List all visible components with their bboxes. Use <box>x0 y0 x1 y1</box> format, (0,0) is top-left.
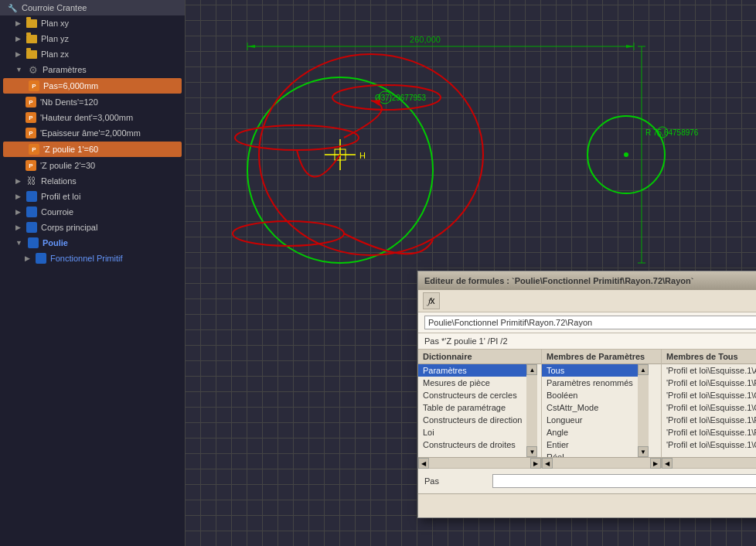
svg-text:260,000: 260,000 <box>410 35 441 44</box>
mt-hscroll: ◀ ▶ <box>662 458 756 468</box>
plan-zx-label: Plan zx <box>41 49 69 59</box>
horizontal-scroll-row: ◀ ▶ ◀ ▶ ◀ ▶ <box>418 457 756 468</box>
mp-item-tous[interactable]: Tous <box>542 364 638 377</box>
expand-icon: ▶ <box>15 224 21 231</box>
sidebar-item-fonctionnel-primitif[interactable]: ▶ Fonctionnel Primitif <box>0 251 185 266</box>
plan-xy-label: Plan xy <box>41 19 69 28</box>
mt-item-7[interactable]: 'Profil et loi\Esquisse.1\Contact.3\Acti… <box>662 439 756 451</box>
ok-cancel-row: ● OK ● Annuler <box>418 493 756 517</box>
sidebar-item-nb-dents[interactable]: P 'Nb Dents'=120 <box>0 94 185 110</box>
param-icon: P <box>25 96 37 108</box>
sidebar-item-profil-loi[interactable]: ▶ Profil et loi <box>0 189 185 204</box>
membres-parametres-header: Membres de Paramètres <box>542 350 661 364</box>
formula-icon[interactable]: 𝑓x <box>423 292 440 309</box>
membres-tous-column: Membres de Tous 'Profil et loi\Esquisse.… <box>662 350 756 457</box>
mp-item-cstattr[interactable]: CstAttr_Mode <box>542 401 638 414</box>
sidebar-item-z-poulie-2[interactable]: P 'Z poulie 2'=30 <box>0 158 185 173</box>
mt-item-5[interactable]: 'Profil et loi\Esquisse.1\Parallélisme.2… <box>662 414 756 426</box>
chain-icon: ⛓ <box>26 175 38 187</box>
membres-tous-header: Membres de Tous <box>662 350 756 364</box>
sidebar-item-courroie[interactable]: ▶ Courroie <box>0 204 185 220</box>
param-icon: P <box>28 143 40 155</box>
folder-icon <box>26 32 38 45</box>
svg-marker-3 <box>247 45 255 48</box>
toolbar-icons-left: 𝑓x <box>423 292 440 309</box>
mt-item-1[interactable]: 'Profil et loi\Esquisse.1\Activité' <box>662 364 756 377</box>
sidebar-item-plan-xy[interactable]: ▶ Plan xy <box>0 15 185 31</box>
expand-icon: ▶ <box>15 208 21 216</box>
scroll-down-btn[interactable]: ▼ <box>526 446 537 457</box>
dict-item-parametres[interactable]: Paramètres <box>418 364 526 377</box>
dict-item-cercles[interactable]: Constructeurs de cercles <box>418 389 526 401</box>
param-icon: P <box>25 111 37 124</box>
membres-parametres-column: Membres de Paramètres Tous Paramètres re… <box>542 350 662 457</box>
z-poulie-1-label: 'Z poulie 1'=60 <box>43 145 98 154</box>
membres-parametres-list[interactable]: Tous Paramètres renommés Booléen CstAttr… <box>542 364 638 457</box>
mt-item-2[interactable]: 'Profil et loi\Esquisse.1\Repère\Activit… <box>662 377 756 389</box>
membres-tous-list[interactable]: 'Profil et loi\Esquisse.1\Activité' 'Pro… <box>662 364 756 457</box>
dict-item-loi[interactable]: Loi <box>418 426 526 439</box>
viewport: 260,000 H Ø37,29677953 R 75,64758976 <box>186 0 756 546</box>
hscroll-right-2[interactable]: ▶ <box>650 458 661 469</box>
mp-item-reel[interactable]: Réel <box>542 451 638 457</box>
sidebar-item-pas[interactable]: P Pas=6,000mm <box>3 78 182 94</box>
svg-point-24 <box>259 54 483 255</box>
blue-icon <box>26 190 38 203</box>
blue-icon <box>35 252 47 264</box>
dict-item-mesures[interactable]: Mesures de pièce <box>418 377 526 389</box>
hscroll-left-1[interactable]: ◀ <box>418 458 429 469</box>
formula-expression-text: Pas *'Z poulie 1' /PI /2 <box>424 336 508 346</box>
dict-item-droites[interactable]: Constructeurs de droites <box>418 439 526 451</box>
sidebar-item-relations[interactable]: ▶ ⛓ Relations <box>0 173 185 189</box>
mt-item-6[interactable]: 'Profil et loi\Esquisse.1\Parallélisme.2… <box>662 426 756 439</box>
mt-item-3[interactable]: 'Profil et loi\Esquisse.1\Contact.1\Acti… <box>662 389 756 401</box>
sidebar-item-epaisseur-ame[interactable]: P 'Epaisseur âme'=2,000mm <box>0 125 185 141</box>
mp-item-angle[interactable]: Angle <box>542 426 638 439</box>
formula-path-row: Poulie\Fonctionnel Primitif\Rayon.72\Ray… <box>418 312 756 333</box>
mp-scroll-down[interactable]: ▼ <box>638 446 649 457</box>
dialog-toolbar: 𝑓x ⚡ 💬 ✏ <box>418 290 756 312</box>
formula-path-input[interactable]: Poulie\Fonctionnel Primitif\Rayon.72\Ray… <box>424 316 756 329</box>
pas-label: Pas=6,000mm <box>43 81 98 90</box>
mp-item-entier[interactable]: Entier <box>542 439 638 451</box>
bottom-value-input[interactable]: 6,000mm <box>492 474 756 488</box>
parametres-label: Paramètres <box>43 65 87 74</box>
root-label: Courroie Crantee <box>22 3 87 12</box>
relations-label: Relations <box>41 176 77 186</box>
sidebar-item-plan-yz[interactable]: ▶ Plan yz <box>0 31 185 46</box>
expand-icon: ▼ <box>15 66 22 73</box>
dictionary-list[interactable]: Paramètres Mesures de pièce Constructeur… <box>418 364 526 457</box>
mp-hscroll: ◀ ▶ <box>542 458 662 468</box>
hscroll-left-3[interactable]: ◀ <box>662 458 673 469</box>
dict-item-table[interactable]: Table de paramétrage <box>418 401 526 414</box>
mt-item-4[interactable]: 'Profil et loi\Esquisse.1\Contact.1\Mode… <box>662 401 756 414</box>
svg-point-21 <box>233 221 344 246</box>
scroll-up-btn[interactable]: ▲ <box>526 364 537 375</box>
dict-item-directions[interactable]: Constructeurs de direction <box>418 414 526 426</box>
sidebar-item-parametres[interactable]: ▼ ⚙ Paramètres <box>0 62 185 77</box>
sidebar-item-z-poulie-1[interactable]: P 'Z poulie 1'=60 <box>3 142 182 157</box>
mp-scroll-track <box>638 375 649 446</box>
scroll-track <box>526 375 537 446</box>
folder-icon <box>26 48 38 60</box>
sidebar-item-hauteur-dent[interactable]: P 'Hauteur dent'=3,000mm <box>0 110 185 125</box>
sidebar-item-poulie[interactable]: ▼ Poulie <box>0 235 185 251</box>
tree-root[interactable]: 🔧 Courroie Crantee <box>0 0 185 15</box>
mp-item-renommes[interactable]: Paramètres renommés <box>542 377 638 389</box>
hscroll-left-2[interactable]: ◀ <box>542 458 553 469</box>
main-container: 🔧 Courroie Crantee ▶ Plan xy ▶ Plan yz ▶… <box>0 0 756 546</box>
sidebar-item-plan-zx[interactable]: ▶ Plan zx <box>0 46 185 62</box>
blue-icon <box>26 221 38 234</box>
mp-scroll-up[interactable]: ▲ <box>638 364 649 375</box>
folder-icon <box>26 17 38 29</box>
hscroll-right-1[interactable]: ▶ <box>530 458 541 469</box>
blue-icon <box>27 237 39 249</box>
svg-marker-4 <box>626 45 634 48</box>
svg-text:H: H <box>359 151 366 160</box>
sidebar-item-corps-principal[interactable]: ▶ Corps principal <box>0 220 185 235</box>
sidebar: 🔧 Courroie Crantee ▶ Plan xy ▶ Plan yz ▶… <box>0 0 186 546</box>
plan-yz-label: Plan yz <box>41 34 69 43</box>
epaisseur-ame-label: 'Epaisseur âme'=2,000mm <box>40 128 141 138</box>
mp-item-booleen[interactable]: Booléen <box>542 389 638 401</box>
mp-item-longueur[interactable]: Longueur <box>542 414 638 426</box>
